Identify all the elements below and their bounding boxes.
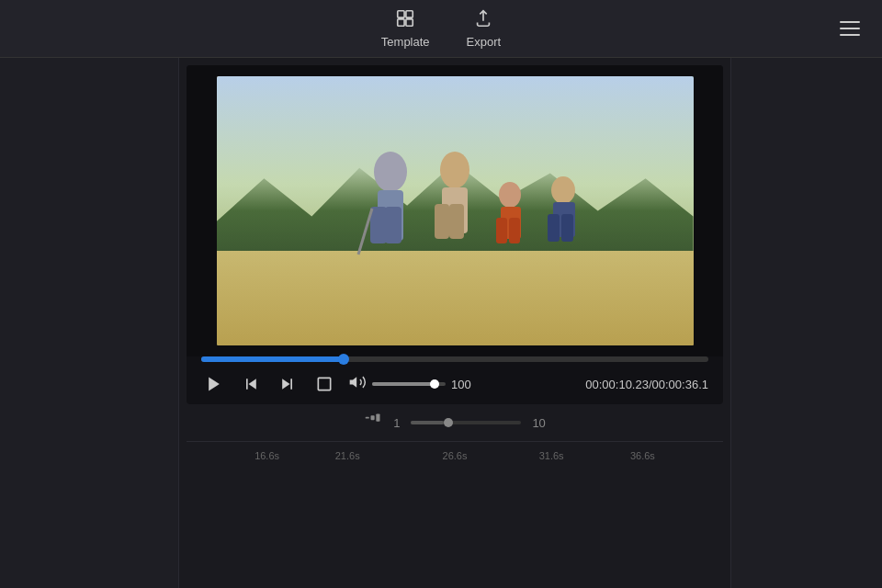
menu-line-3 [840, 34, 860, 36]
progress-bar[interactable] [201, 356, 708, 362]
volume-fill [372, 382, 435, 386]
svg-point-4 [374, 152, 407, 192]
svg-point-17 [551, 176, 575, 204]
step-back-button[interactable] [238, 371, 264, 397]
video-frame [187, 65, 723, 356]
menu-button[interactable] [840, 21, 860, 36]
template-label: Template [381, 35, 430, 49]
template-nav-item[interactable]: Template [381, 8, 430, 49]
controls-area: 100 00:00:10.23/00:00:36.1 [194, 356, 716, 404]
volume-area: 100 [348, 373, 479, 395]
video-player-area: 100 00:00:10.23/00:00:36.1 [187, 65, 723, 404]
svg-point-13 [499, 182, 521, 208]
time-display: 00:00:10.23/00:00:36.1 [585, 378, 708, 391]
play-button[interactable] [201, 371, 227, 397]
ruler-mark-4: 36.6s [630, 450, 655, 461]
svg-line-8 [358, 209, 372, 254]
svg-rect-29 [371, 415, 375, 420]
svg-rect-12 [449, 204, 464, 239]
svg-rect-16 [509, 218, 520, 243]
zoom-max-label: 10 [532, 416, 545, 430]
svg-rect-1 [406, 11, 413, 17]
video-section: 100 00:00:10.23/00:00:36.1 1 [179, 58, 730, 588]
svg-rect-2 [398, 19, 404, 26]
zoom-slider[interactable] [411, 421, 521, 424]
timeline-controls: 1 10 [187, 404, 723, 441]
ruler-mark-3: 31.6s [539, 450, 564, 461]
svg-rect-11 [435, 204, 449, 239]
svg-rect-20 [561, 214, 573, 242]
svg-rect-7 [385, 207, 401, 243]
progress-thumb [338, 354, 349, 365]
svg-rect-19 [548, 214, 560, 242]
stop-button[interactable] [311, 371, 337, 397]
svg-rect-0 [398, 11, 404, 17]
nav-items: Template Export [381, 8, 501, 49]
template-icon [395, 8, 415, 31]
volume-icon[interactable] [348, 373, 367, 395]
svg-rect-26 [318, 378, 330, 390]
timeline-ruler: 16.6s 21.6s 26.6s 31.6s 36.6s [187, 441, 723, 469]
ruler-mark-2: 26.6s [443, 450, 468, 461]
top-nav: Template Export [0, 0, 882, 58]
volume-thumb [430, 379, 439, 389]
timeline-section: 1 10 16.6s 21.6s 26.6s 31.6s 36.6s [179, 404, 730, 588]
controls-row: 100 00:00:10.23/00:00:36.1 [201, 371, 708, 397]
ruler-mark-0: 16.6s [254, 450, 279, 461]
left-sidebar [0, 58, 179, 588]
export-nav-item[interactable]: Export [467, 8, 502, 49]
svg-marker-24 [282, 379, 289, 390]
step-forward-button[interactable] [275, 371, 300, 397]
svg-point-9 [440, 152, 469, 188]
progress-fill [201, 356, 344, 362]
menu-line-2 [840, 28, 860, 29]
right-sidebar [730, 58, 882, 588]
ruler-mark-1: 21.6s [335, 450, 360, 461]
volume-value: 100 [451, 378, 479, 391]
svg-rect-28 [366, 417, 369, 419]
svg-rect-30 [376, 414, 379, 422]
volume-slider[interactable] [372, 382, 446, 386]
svg-marker-21 [209, 378, 220, 391]
svg-rect-6 [370, 207, 387, 243]
svg-marker-22 [249, 379, 256, 390]
zoom-min-label: 1 [393, 416, 400, 430]
video-thumbnail [217, 76, 694, 345]
menu-line-1 [840, 21, 860, 23]
zoom-thumb [444, 418, 453, 427]
zoom-fill [411, 421, 444, 424]
export-icon [473, 8, 493, 31]
zoom-icon [364, 412, 382, 434]
svg-rect-15 [496, 218, 507, 243]
svg-marker-27 [350, 377, 357, 388]
people-silhouettes [335, 144, 611, 291]
export-label: Export [467, 35, 502, 49]
main-area: 100 00:00:10.23/00:00:36.1 1 [0, 58, 882, 588]
svg-rect-3 [406, 19, 413, 26]
